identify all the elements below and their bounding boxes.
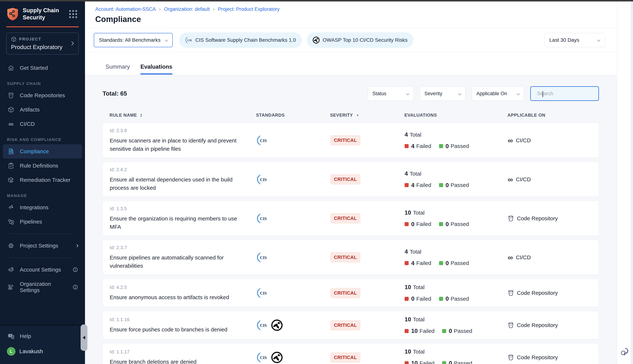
- standards-cell: CIS: [256, 135, 330, 146]
- info-icon[interactable]: [72, 284, 78, 290]
- failed-indicator: [404, 361, 409, 364]
- applicable-on-cell: </> Code Repository: [508, 354, 593, 360]
- breadcrumb-project[interactable]: Project: Product Exploratory: [218, 6, 280, 12]
- code-repository-icon: </>: [7, 92, 15, 98]
- table-row[interactable]: Id: 2.3.7 Ensure pipelines are automatic…: [102, 240, 599, 275]
- table-row[interactable]: Id: 1.1.16 Ensure force pushes code to b…: [102, 311, 599, 339]
- evaluations-cell: 10Total 10Failed 0Passed: [404, 348, 508, 364]
- table-row[interactable]: Id: 2.3.8 Ensure scanners are in place t…: [102, 123, 599, 158]
- severity-badge: CRITICAL: [330, 252, 360, 262]
- severity-filter[interactable]: Severity: [420, 86, 466, 101]
- eval-total-count: 10: [404, 284, 411, 290]
- sidebar-item-integrations[interactable]: Integrations: [3, 200, 82, 214]
- table-row[interactable]: Id: 1.1.17 Ensure branch deletions are d…: [102, 343, 599, 364]
- severity-cell: CRITICAL: [330, 135, 404, 146]
- eval-total-label: Total: [413, 316, 424, 322]
- eval-total-label: Total: [413, 210, 424, 216]
- infinity-icon: ∞: [7, 122, 15, 126]
- rule-id: Id: 2.3.7: [110, 245, 256, 250]
- chip-owasp-top10[interactable]: OWASP Top 10 CI/CD Security Risks: [307, 32, 413, 48]
- sidebar-item-get-started[interactable]: Get Started: [3, 61, 82, 75]
- eval-total-count: 10: [404, 348, 411, 355]
- project-label: PROJECT: [19, 37, 41, 42]
- passed-indicator: [439, 183, 443, 187]
- applicable-on-label: Code Repository: [517, 215, 558, 222]
- period-select[interactable]: Last 30 Days: [544, 33, 605, 47]
- eval-failed-label: Failed: [416, 221, 431, 227]
- divider: [9, 258, 76, 258]
- eval-total-label: Total: [410, 132, 421, 138]
- breadcrumb-account[interactable]: Account: Automation-SSCA: [95, 6, 156, 12]
- project-switcher[interactable]: PROJECT Product Exploratory: [6, 32, 79, 54]
- scrollbar[interactable]: [630, 2, 633, 364]
- rule-cell: Id: 2.3.8 Ensure scanners are in place t…: [110, 128, 256, 153]
- tab-evaluations[interactable]: Evaluations: [140, 64, 172, 74]
- eval-failed-label: Failed: [416, 143, 431, 149]
- pipelines-icon: [7, 218, 15, 225]
- evaluations-panel: Total: 65 Status Severity Applicable On: [85, 74, 617, 364]
- sidebar-collapse-handle[interactable]: [80, 324, 87, 351]
- rule-cell: Id: 2.4.2 Ensure all external dependenci…: [110, 167, 256, 192]
- tab-summary[interactable]: Summary: [106, 64, 130, 74]
- chip-cis-benchmarks[interactable]: CIS CIS Software Supply Chain Benchmarks…: [179, 32, 302, 48]
- eval-passed-count: 0: [446, 221, 449, 228]
- applicable-on-cell: </> Code Repository: [508, 290, 593, 296]
- column-applicable-on: APPLICABLE ON: [508, 112, 594, 118]
- eval-failed-count: 10: [411, 360, 418, 364]
- sidebar-item-rule-definitions[interactable]: Rule Definitions: [3, 158, 82, 173]
- chevron-down-icon: [516, 92, 520, 95]
- sidebar-item-help[interactable]: ? Help: [3, 329, 82, 344]
- code-repository-icon: </>: [508, 215, 514, 222]
- artifacts-cube-icon: [7, 106, 15, 113]
- sidebar-item-cicd[interactable]: ∞ CI/CD: [3, 117, 82, 131]
- rule-name: Ensure anonymous access to artifacts is …: [110, 293, 256, 302]
- applicable-on-label: CI/CD: [516, 176, 531, 182]
- sidebar-item-label: Get Started: [20, 65, 48, 71]
- chevron-down-icon: [597, 38, 600, 42]
- search-input[interactable]: [537, 91, 603, 96]
- sidebar-item-artifacts[interactable]: Artifacts: [3, 102, 82, 117]
- info-icon[interactable]: [72, 267, 78, 272]
- user-menu[interactable]: L Lavakush: [3, 344, 82, 359]
- sidebar-section-risk-compliance: RISK AND COMPLIANCE: [3, 131, 82, 144]
- support-chat-icon[interactable]: [620, 346, 630, 357]
- severity-badge: CRITICAL: [330, 288, 360, 298]
- rule-cell: Id: 4.2.5 Ensure anonymous access to art…: [110, 284, 256, 302]
- sidebar-item-label: Help: [20, 333, 31, 339]
- sidebar-item-code-repositories[interactable]: </> Code Repositories: [3, 88, 82, 102]
- standards-cell: CIS: [256, 287, 330, 299]
- svg-text:CIS: CIS: [260, 177, 267, 182]
- column-rule-name[interactable]: RULE NAME ▲▼: [110, 112, 256, 118]
- table-row[interactable]: Id: 1.3.5 Ensure the organization is req…: [102, 201, 599, 236]
- account-layers-icon: [7, 266, 15, 273]
- home-icon: [7, 65, 15, 71]
- sidebar-item-account-settings[interactable]: Account Settings: [3, 262, 82, 277]
- rule-cell: Id: 1.1.16 Ensure force pushes code to b…: [110, 317, 256, 334]
- sidebar-item-project-settings[interactable]: Project Settings: [3, 238, 82, 253]
- period-select-value: Last 30 Days: [549, 37, 579, 43]
- breadcrumb-organization[interactable]: Organization: default: [164, 6, 210, 12]
- standards-cell: CIS: [256, 351, 330, 364]
- sidebar-item-organization-settings[interactable]: Organization Settings: [3, 277, 82, 297]
- status-filter[interactable]: Status: [368, 86, 414, 101]
- column-severity[interactable]: SEVERITY ▼: [330, 112, 404, 118]
- breadcrumb: Account: Automation-SSCA › Organization:…: [95, 6, 606, 12]
- help-chat-icon: ?: [7, 333, 15, 340]
- eval-passed-label: Passed: [454, 360, 472, 364]
- cicd-infinity-icon: ∞: [508, 256, 513, 259]
- evaluations-cell: 4Total 4Failed 0Passed: [404, 170, 508, 188]
- code-repository-icon: </>: [508, 354, 514, 360]
- table-row[interactable]: Id: 2.4.2 Ensure all external dependenci…: [102, 162, 599, 197]
- chip-label: CIS Software Supply Chain Benchmarks 1.0: [195, 37, 296, 43]
- standards-select[interactable]: Standards: All Benchmarks: [94, 33, 173, 47]
- sidebar-item-compliance[interactable]: Compliance: [3, 144, 82, 158]
- sidebar-item-remediation-tracker[interactable]: Remediation Tracker: [3, 173, 82, 187]
- sidebar-item-pipelines[interactable]: Pipelines: [3, 214, 82, 229]
- standards-cell: CIS: [256, 319, 330, 331]
- table-row[interactable]: Id: 4.2.5 Ensure anonymous access to art…: [102, 279, 599, 307]
- applicable-on-filter[interactable]: Applicable On: [472, 86, 524, 101]
- text-caret: [542, 91, 543, 97]
- sidebar-nav: Get Started SUPPLY CHAIN </> Code Reposi…: [0, 61, 85, 297]
- app-grid-icon[interactable]: [68, 9, 78, 20]
- eval-failed-label: Failed: [416, 260, 431, 266]
